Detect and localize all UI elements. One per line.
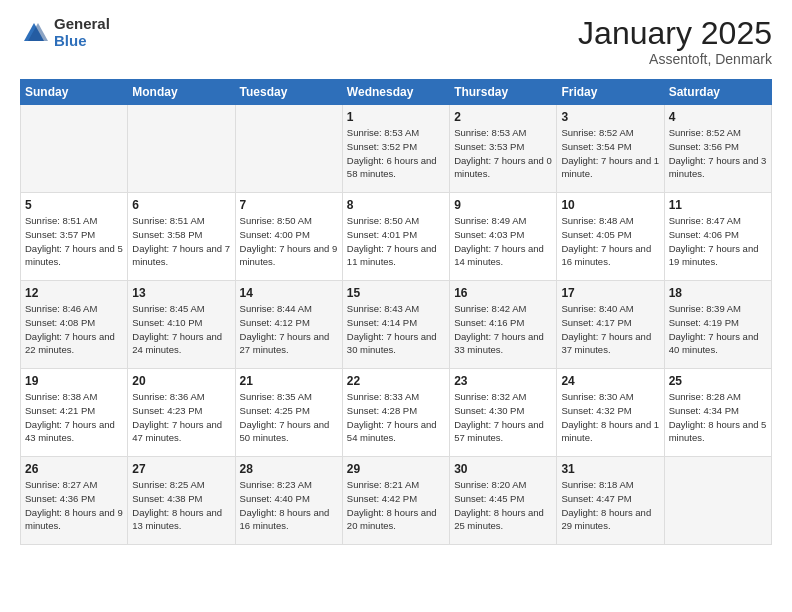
day-info: Sunrise: 8:20 AM Sunset: 4:45 PM Dayligh… — [454, 478, 552, 533]
day-cell — [128, 105, 235, 193]
col-sunday: Sunday — [21, 80, 128, 105]
day-info: Sunrise: 8:43 AM Sunset: 4:14 PM Dayligh… — [347, 302, 445, 357]
day-cell: 27Sunrise: 8:25 AM Sunset: 4:38 PM Dayli… — [128, 457, 235, 545]
day-info: Sunrise: 8:28 AM Sunset: 4:34 PM Dayligh… — [669, 390, 767, 445]
day-info: Sunrise: 8:32 AM Sunset: 4:30 PM Dayligh… — [454, 390, 552, 445]
day-number: 15 — [347, 286, 445, 300]
day-info: Sunrise: 8:50 AM Sunset: 4:00 PM Dayligh… — [240, 214, 338, 269]
day-cell: 13Sunrise: 8:45 AM Sunset: 4:10 PM Dayli… — [128, 281, 235, 369]
col-tuesday: Tuesday — [235, 80, 342, 105]
day-info: Sunrise: 8:21 AM Sunset: 4:42 PM Dayligh… — [347, 478, 445, 533]
day-cell: 26Sunrise: 8:27 AM Sunset: 4:36 PM Dayli… — [21, 457, 128, 545]
week-row-5: 26Sunrise: 8:27 AM Sunset: 4:36 PM Dayli… — [21, 457, 772, 545]
day-info: Sunrise: 8:53 AM Sunset: 3:53 PM Dayligh… — [454, 126, 552, 181]
day-number: 22 — [347, 374, 445, 388]
day-info: Sunrise: 8:27 AM Sunset: 4:36 PM Dayligh… — [25, 478, 123, 533]
day-info: Sunrise: 8:50 AM Sunset: 4:01 PM Dayligh… — [347, 214, 445, 269]
page: General Blue January 2025 Assentoft, Den… — [0, 0, 792, 565]
day-number: 30 — [454, 462, 552, 476]
col-saturday: Saturday — [664, 80, 771, 105]
day-cell: 11Sunrise: 8:47 AM Sunset: 4:06 PM Dayli… — [664, 193, 771, 281]
logo-text: General Blue — [54, 16, 110, 49]
day-cell: 9Sunrise: 8:49 AM Sunset: 4:03 PM Daylig… — [450, 193, 557, 281]
day-cell — [664, 457, 771, 545]
day-number: 6 — [132, 198, 230, 212]
day-info: Sunrise: 8:51 AM Sunset: 3:57 PM Dayligh… — [25, 214, 123, 269]
day-info: Sunrise: 8:35 AM Sunset: 4:25 PM Dayligh… — [240, 390, 338, 445]
day-cell: 7Sunrise: 8:50 AM Sunset: 4:00 PM Daylig… — [235, 193, 342, 281]
day-cell: 19Sunrise: 8:38 AM Sunset: 4:21 PM Dayli… — [21, 369, 128, 457]
day-number: 13 — [132, 286, 230, 300]
day-cell: 18Sunrise: 8:39 AM Sunset: 4:19 PM Dayli… — [664, 281, 771, 369]
day-number: 3 — [561, 110, 659, 124]
day-cell: 29Sunrise: 8:21 AM Sunset: 4:42 PM Dayli… — [342, 457, 449, 545]
day-number: 31 — [561, 462, 659, 476]
day-info: Sunrise: 8:40 AM Sunset: 4:17 PM Dayligh… — [561, 302, 659, 357]
day-info: Sunrise: 8:46 AM Sunset: 4:08 PM Dayligh… — [25, 302, 123, 357]
day-number: 8 — [347, 198, 445, 212]
logo: General Blue — [20, 16, 110, 49]
day-cell: 8Sunrise: 8:50 AM Sunset: 4:01 PM Daylig… — [342, 193, 449, 281]
day-cell — [235, 105, 342, 193]
day-info: Sunrise: 8:39 AM Sunset: 4:19 PM Dayligh… — [669, 302, 767, 357]
day-info: Sunrise: 8:52 AM Sunset: 3:56 PM Dayligh… — [669, 126, 767, 181]
day-number: 29 — [347, 462, 445, 476]
day-cell: 31Sunrise: 8:18 AM Sunset: 4:47 PM Dayli… — [557, 457, 664, 545]
logo-general-text: General — [54, 16, 110, 33]
day-info: Sunrise: 8:36 AM Sunset: 4:23 PM Dayligh… — [132, 390, 230, 445]
title-month: January 2025 — [578, 16, 772, 51]
day-info: Sunrise: 8:49 AM Sunset: 4:03 PM Dayligh… — [454, 214, 552, 269]
day-number: 16 — [454, 286, 552, 300]
day-cell: 21Sunrise: 8:35 AM Sunset: 4:25 PM Dayli… — [235, 369, 342, 457]
title-block: January 2025 Assentoft, Denmark — [578, 16, 772, 67]
day-info: Sunrise: 8:52 AM Sunset: 3:54 PM Dayligh… — [561, 126, 659, 181]
day-info: Sunrise: 8:47 AM Sunset: 4:06 PM Dayligh… — [669, 214, 767, 269]
day-number: 14 — [240, 286, 338, 300]
day-number: 27 — [132, 462, 230, 476]
day-info: Sunrise: 8:42 AM Sunset: 4:16 PM Dayligh… — [454, 302, 552, 357]
calendar-table: Sunday Monday Tuesday Wednesday Thursday… — [20, 79, 772, 545]
day-number: 26 — [25, 462, 123, 476]
day-info: Sunrise: 8:38 AM Sunset: 4:21 PM Dayligh… — [25, 390, 123, 445]
day-info: Sunrise: 8:30 AM Sunset: 4:32 PM Dayligh… — [561, 390, 659, 445]
day-cell: 22Sunrise: 8:33 AM Sunset: 4:28 PM Dayli… — [342, 369, 449, 457]
day-number: 20 — [132, 374, 230, 388]
day-cell: 24Sunrise: 8:30 AM Sunset: 4:32 PM Dayli… — [557, 369, 664, 457]
week-row-1: 1Sunrise: 8:53 AM Sunset: 3:52 PM Daylig… — [21, 105, 772, 193]
day-cell: 10Sunrise: 8:48 AM Sunset: 4:05 PM Dayli… — [557, 193, 664, 281]
day-info: Sunrise: 8:53 AM Sunset: 3:52 PM Dayligh… — [347, 126, 445, 181]
day-number: 10 — [561, 198, 659, 212]
logo-icon — [20, 19, 48, 47]
logo-blue-text: Blue — [54, 33, 110, 50]
day-cell: 14Sunrise: 8:44 AM Sunset: 4:12 PM Dayli… — [235, 281, 342, 369]
day-number: 18 — [669, 286, 767, 300]
day-cell: 28Sunrise: 8:23 AM Sunset: 4:40 PM Dayli… — [235, 457, 342, 545]
week-row-4: 19Sunrise: 8:38 AM Sunset: 4:21 PM Dayli… — [21, 369, 772, 457]
col-wednesday: Wednesday — [342, 80, 449, 105]
day-number: 12 — [25, 286, 123, 300]
day-cell: 5Sunrise: 8:51 AM Sunset: 3:57 PM Daylig… — [21, 193, 128, 281]
day-number: 1 — [347, 110, 445, 124]
week-row-2: 5Sunrise: 8:51 AM Sunset: 3:57 PM Daylig… — [21, 193, 772, 281]
day-cell: 12Sunrise: 8:46 AM Sunset: 4:08 PM Dayli… — [21, 281, 128, 369]
day-cell: 30Sunrise: 8:20 AM Sunset: 4:45 PM Dayli… — [450, 457, 557, 545]
day-info: Sunrise: 8:23 AM Sunset: 4:40 PM Dayligh… — [240, 478, 338, 533]
day-number: 25 — [669, 374, 767, 388]
week-row-3: 12Sunrise: 8:46 AM Sunset: 4:08 PM Dayli… — [21, 281, 772, 369]
day-cell: 3Sunrise: 8:52 AM Sunset: 3:54 PM Daylig… — [557, 105, 664, 193]
day-cell: 2Sunrise: 8:53 AM Sunset: 3:53 PM Daylig… — [450, 105, 557, 193]
day-info: Sunrise: 8:25 AM Sunset: 4:38 PM Dayligh… — [132, 478, 230, 533]
day-number: 11 — [669, 198, 767, 212]
day-cell — [21, 105, 128, 193]
day-cell: 17Sunrise: 8:40 AM Sunset: 4:17 PM Dayli… — [557, 281, 664, 369]
day-cell: 4Sunrise: 8:52 AM Sunset: 3:56 PM Daylig… — [664, 105, 771, 193]
day-cell: 25Sunrise: 8:28 AM Sunset: 4:34 PM Dayli… — [664, 369, 771, 457]
day-number: 4 — [669, 110, 767, 124]
day-cell: 16Sunrise: 8:42 AM Sunset: 4:16 PM Dayli… — [450, 281, 557, 369]
col-thursday: Thursday — [450, 80, 557, 105]
day-cell: 6Sunrise: 8:51 AM Sunset: 3:58 PM Daylig… — [128, 193, 235, 281]
day-number: 17 — [561, 286, 659, 300]
day-info: Sunrise: 8:18 AM Sunset: 4:47 PM Dayligh… — [561, 478, 659, 533]
day-info: Sunrise: 8:45 AM Sunset: 4:10 PM Dayligh… — [132, 302, 230, 357]
day-number: 24 — [561, 374, 659, 388]
